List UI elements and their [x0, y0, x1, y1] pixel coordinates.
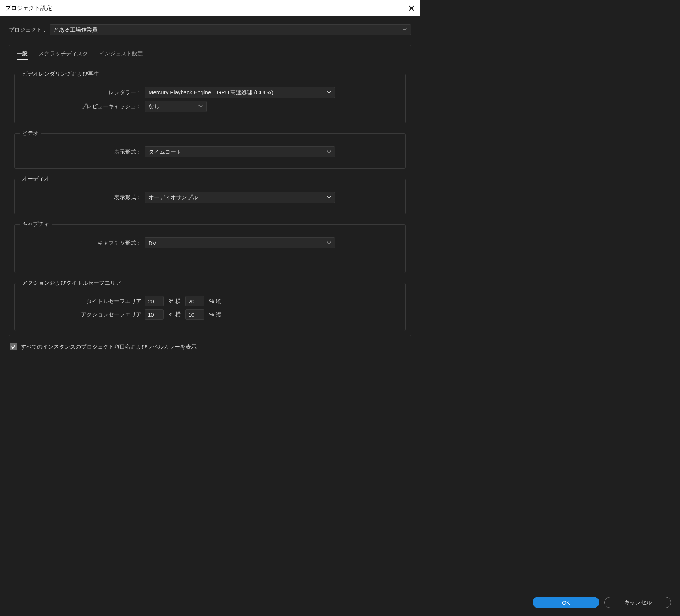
show-label-colors-row: すべてのインスタンスのプロジェクト項目名およびラベルカラーを表示: [10, 343, 411, 350]
chevron-down-icon: [327, 91, 331, 94]
tab-scratch-disk[interactable]: スクラッチディスク: [39, 50, 88, 60]
project-label: プロジェクト：: [9, 26, 47, 33]
capture-format-select[interactable]: DV: [145, 237, 335, 248]
chevron-down-icon: [327, 241, 331, 244]
unit-h: % 横: [169, 311, 181, 318]
show-label-colors-label: すべてのインスタンスのプロジェクト項目名およびラベルカラーを表示: [21, 343, 197, 350]
project-select[interactable]: とある工場作業員: [50, 24, 411, 35]
preview-cache-select-value: なし: [149, 103, 160, 110]
titlebar: プロジェクト設定: [0, 0, 420, 16]
chevron-down-icon: [198, 105, 203, 108]
chevron-down-icon: [327, 196, 331, 199]
show-label-colors-checkbox[interactable]: [10, 343, 17, 350]
capture-format-value: DV: [149, 240, 156, 246]
capture-format-label: キャプチャ形式：: [20, 240, 145, 247]
dialog-title: プロジェクト設定: [5, 4, 52, 12]
video-display-format-value: タイムコード: [149, 149, 182, 156]
section-video-rendering: ビデオレンダリングおよび再生 レンダラー： Mercury Playback E…: [14, 70, 406, 123]
section-video: ビデオ 表示形式： タイムコード: [14, 130, 406, 169]
title-safe-v-input[interactable]: [185, 296, 204, 306]
video-display-format-label: 表示形式：: [20, 149, 145, 156]
audio-display-format-label: 表示形式：: [20, 194, 145, 201]
action-safe-h-input[interactable]: [145, 309, 164, 320]
renderer-select[interactable]: Mercury Playback Engine – GPU 高速処理 (CUDA…: [145, 87, 335, 98]
audio-display-format-value: オーディオサンプル: [149, 194, 198, 201]
audio-display-format-select[interactable]: オーディオサンプル: [145, 192, 335, 203]
preview-cache-label: プレビューキャッシュ：: [20, 103, 145, 110]
section-legend: オーディオ: [20, 175, 52, 182]
renderer-select-value: Mercury Playback Engine – GPU 高速処理 (CUDA…: [149, 89, 273, 96]
close-icon[interactable]: [408, 5, 415, 11]
section-legend: キャプチャ: [20, 221, 52, 228]
video-display-format-select[interactable]: タイムコード: [145, 146, 335, 157]
title-safe-h-input[interactable]: [145, 296, 164, 306]
action-safe-label: アクションセーフエリア: [20, 311, 145, 318]
tab-general[interactable]: 一般: [17, 50, 28, 60]
tab-ingest-settings[interactable]: インジェスト設定: [99, 50, 143, 60]
title-safe-label: タイトルセーフエリア: [20, 298, 145, 305]
section-legend: ビデオ: [20, 130, 41, 137]
project-row: プロジェクト： とある工場作業員: [9, 24, 411, 35]
unit-v: % 縦: [209, 311, 222, 318]
tabs: 一般 スクラッチディスク インジェスト設定: [14, 45, 406, 64]
unit-h: % 横: [169, 298, 181, 305]
preview-cache-select[interactable]: なし: [145, 101, 207, 112]
section-safe-areas: アクションおよびタイトルセーフエリア タイトルセーフエリア % 横 % 縦 アク…: [14, 280, 406, 331]
section-audio: オーディオ 表示形式： オーディオサンプル: [14, 175, 406, 214]
renderer-label: レンダラー：: [20, 89, 145, 96]
unit-v: % 縦: [209, 298, 222, 305]
chevron-down-icon: [403, 28, 407, 31]
chevron-down-icon: [327, 150, 331, 153]
project-select-value: とある工場作業員: [54, 26, 98, 33]
section-legend: アクションおよびタイトルセーフエリア: [20, 280, 123, 287]
action-safe-v-input[interactable]: [185, 309, 204, 320]
section-legend: ビデオレンダリングおよび再生: [20, 70, 101, 77]
section-capture: キャプチャ キャプチャ形式： DV: [14, 221, 406, 273]
tabs-panel: 一般 スクラッチディスク インジェスト設定 ビデオレンダリングおよび再生 レンダ…: [9, 45, 411, 336]
